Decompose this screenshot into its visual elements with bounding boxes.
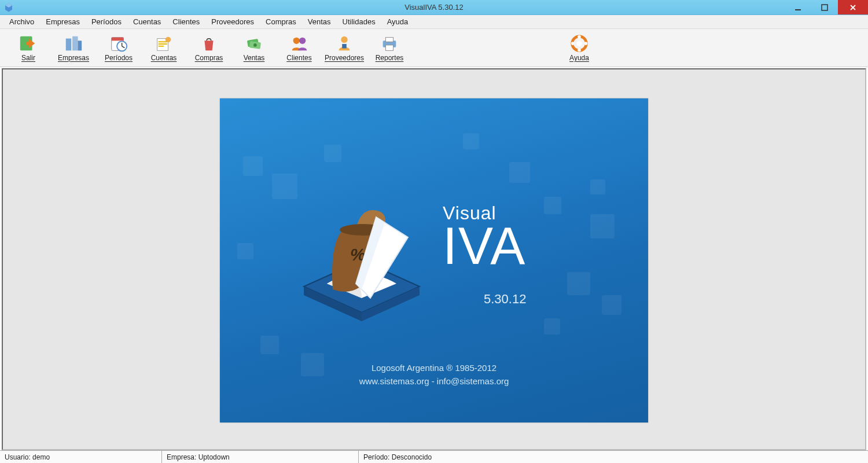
accounts-icon	[154, 34, 174, 53]
window-controls	[785, 0, 868, 14]
printer-icon	[380, 34, 399, 53]
shopping-bag-icon	[199, 34, 219, 53]
ventas-button[interactable]: Ventas	[231, 31, 277, 65]
menu-utilidades[interactable]: Utilidades	[337, 16, 381, 28]
clientes-button[interactable]: Clientes	[277, 31, 322, 65]
titlebar: VisualIVA 5.30.12	[0, 0, 868, 15]
reportes-button[interactable]: Reportes	[367, 31, 412, 65]
svg-point-25	[584, 42, 587, 45]
reportes-label: Reportes	[376, 54, 404, 62]
window-title: VisualIVA 5.30.12	[404, 3, 463, 12]
splash-content: % Visual IVA 5.30.12	[286, 182, 526, 327]
empresas-button[interactable]: Empresas	[51, 31, 96, 65]
splash-panel: % Visual IVA 5.30.12 Logosoft Argentina …	[220, 98, 648, 422]
svg-rect-6	[78, 41, 82, 50]
menu-ayuda[interactable]: Ayuda	[381, 16, 414, 28]
splash-footer: Logosoft Argentina ® 1985-2012 www.siste…	[220, 362, 648, 388]
status-company: Empresa: Uptodown	[162, 451, 359, 463]
svg-rect-1	[822, 5, 827, 10]
svg-rect-8	[112, 37, 124, 41]
supplier-icon	[334, 34, 354, 53]
workarea: % Visual IVA 5.30.12 Logosoft Argentina …	[2, 68, 866, 450]
menu-compras[interactable]: Compras	[260, 16, 302, 28]
menu-cuentas[interactable]: Cuentas	[127, 16, 167, 28]
svg-point-23	[576, 41, 582, 46]
menu-clientes[interactable]: Clientes	[167, 16, 205, 28]
svg-rect-18	[342, 43, 347, 48]
buildings-icon	[64, 34, 83, 53]
menu-archivo[interactable]: Archivo	[3, 16, 40, 28]
svg-rect-0	[795, 9, 801, 10]
cuentas-button[interactable]: Cuentas	[141, 31, 186, 65]
menu-empresas[interactable]: Empresas	[40, 16, 86, 28]
help-icon	[569, 34, 589, 53]
svg-point-16	[299, 37, 306, 43]
status-company-label: Empresa:	[167, 453, 196, 461]
exit-icon	[19, 34, 38, 53]
svg-rect-4	[66, 38, 71, 50]
salir-label: Salir	[21, 54, 35, 62]
periodos-label: Períodos	[105, 54, 133, 62]
svg-point-26	[578, 48, 581, 52]
app-logo-icon: %	[286, 182, 437, 327]
svg-point-15	[293, 37, 300, 43]
menu-periodos[interactable]: Períodos	[86, 16, 127, 28]
proveedores-label: Proveedores	[325, 54, 364, 62]
salir-button[interactable]: Salir	[6, 31, 51, 65]
money-icon	[244, 34, 264, 53]
svg-point-11	[165, 36, 171, 42]
svg-point-27	[571, 42, 575, 45]
menu-ventas[interactable]: Ventas	[302, 16, 337, 28]
ayuda-button[interactable]: Ayuda	[557, 31, 602, 65]
ventas-label: Ventas	[244, 54, 265, 62]
empresas-label: Empresas	[58, 54, 89, 62]
maximize-button[interactable]	[811, 0, 838, 14]
svg-rect-3	[26, 42, 31, 45]
splash-contact: www.sistemas.org - info@sistemas.org	[220, 375, 648, 388]
menubar: Archivo Empresas Períodos Cuentas Client…	[0, 15, 868, 29]
cuentas-label: Cuentas	[151, 54, 177, 62]
toolbar: Salir Empresas Períodos Cuentas Compras …	[0, 29, 868, 67]
splash-text: Visual IVA 5.30.12	[443, 203, 526, 307]
svg-rect-5	[72, 36, 78, 50]
menu-proveedores[interactable]: Proveedores	[205, 16, 260, 28]
clientes-label: Clientes	[286, 54, 311, 62]
periodos-button[interactable]: Períodos	[96, 31, 141, 65]
people-icon	[289, 34, 309, 53]
compras-button[interactable]: Compras	[186, 31, 231, 65]
compras-label: Compras	[195, 54, 223, 62]
status-company-value: Uptodown	[198, 453, 230, 461]
status-period-value: Desconocido	[392, 453, 432, 461]
status-user: Usuario: demo	[0, 451, 162, 463]
splash-version: 5.30.12	[443, 292, 526, 307]
app-icon	[3, 2, 14, 13]
clock-calendar-icon	[109, 34, 128, 53]
minimize-button[interactable]	[785, 0, 811, 14]
svg-point-14	[253, 43, 257, 47]
status-user-label: Usuario:	[5, 453, 31, 461]
splash-copyright: Logosoft Argentina ® 1985-2012	[220, 362, 648, 375]
svg-rect-21	[385, 45, 393, 50]
svg-rect-20	[385, 37, 393, 42]
status-user-value: demo	[32, 453, 50, 461]
status-period-label: Período:	[363, 453, 389, 461]
svg-point-17	[341, 36, 347, 42]
statusbar: Usuario: demo Empresa: Uptodown Período:…	[0, 450, 868, 463]
svg-point-24	[578, 35, 581, 38]
close-button[interactable]	[838, 0, 868, 14]
splash-title-line2: IVA	[443, 224, 526, 269]
status-period: Período: Desconocido	[359, 451, 868, 463]
proveedores-button[interactable]: Proveedores	[322, 31, 367, 65]
ayuda-label: Ayuda	[569, 54, 589, 62]
